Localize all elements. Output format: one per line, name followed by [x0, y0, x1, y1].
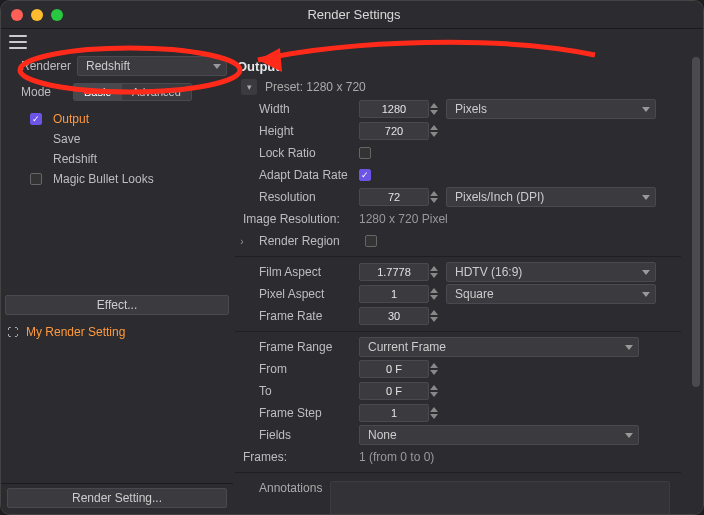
menu-icon[interactable]: [9, 35, 27, 49]
current-render-setting[interactable]: ⛶ My Render Setting: [1, 321, 233, 343]
film-aspect-label: Film Aspect: [235, 265, 355, 279]
renderer-label: Renderer: [21, 59, 71, 73]
sidebar-item-redshift[interactable]: Redshift: [21, 149, 227, 169]
height-input[interactable]: 720: [359, 122, 429, 140]
sidebar-item-output[interactable]: Output: [21, 109, 227, 129]
frame-range-dropdown[interactable]: Current Frame: [359, 337, 639, 357]
maximize-icon[interactable]: [51, 9, 63, 21]
fields-dropdown[interactable]: None: [359, 425, 639, 445]
resolution-input[interactable]: 72: [359, 188, 429, 206]
film-aspect-stepper[interactable]: [430, 266, 442, 278]
sidebar-tree: Output Save Redshift Magic Bullet L: [21, 109, 227, 189]
checkbox-icon[interactable]: [30, 173, 42, 185]
annotations-label: Annotations: [259, 481, 322, 514]
effect-button[interactable]: Effect...: [5, 295, 229, 315]
resolution-label: Resolution: [235, 190, 355, 204]
film-aspect-dropdown[interactable]: HDTV (16:9): [446, 262, 656, 282]
render-settings-window: Render Settings Renderer Redshift Mod: [0, 0, 704, 515]
frame-range-label: Frame Range: [235, 340, 355, 354]
frame-step-input[interactable]: 1: [359, 404, 429, 422]
image-resolution-label: Image Resolution:: [235, 212, 355, 226]
annotations-input[interactable]: [330, 481, 670, 514]
render-region-checkbox[interactable]: [365, 235, 377, 247]
height-stepper[interactable]: [430, 125, 442, 137]
height-label: Height: [235, 124, 355, 138]
frame-step-stepper[interactable]: [430, 407, 442, 419]
film-aspect-input[interactable]: 1.7778: [359, 263, 429, 281]
pixel-aspect-stepper[interactable]: [430, 288, 442, 300]
vertical-scrollbar[interactable]: [689, 55, 703, 514]
sidebar-item-label: Save: [53, 132, 80, 146]
current-setting-label: My Render Setting: [26, 325, 125, 339]
width-unit-dropdown[interactable]: Pixels: [446, 99, 656, 119]
lock-ratio-checkbox[interactable]: [359, 147, 371, 159]
sidebar-item-save[interactable]: Save: [21, 129, 227, 149]
to-stepper[interactable]: [430, 385, 442, 397]
frame-rate-stepper[interactable]: [430, 310, 442, 322]
from-stepper[interactable]: [430, 363, 442, 375]
sidebar-item-magic-bullet[interactable]: Magic Bullet Looks: [21, 169, 227, 189]
adapt-data-rate-checkbox[interactable]: [359, 169, 371, 181]
expand-icon: ⛶: [7, 326, 18, 338]
chevron-down-icon: [642, 292, 650, 297]
chevron-down-icon: [213, 64, 221, 69]
chevron-down-icon: [642, 107, 650, 112]
titlebar: Render Settings: [1, 1, 703, 29]
render-setting-menu-button[interactable]: Render Setting...: [7, 488, 227, 508]
to-input[interactable]: 0 F: [359, 382, 429, 400]
toolbar: [1, 29, 703, 55]
sidebar: Renderer Redshift Mode Basic Advanced: [1, 55, 233, 514]
pixel-aspect-input[interactable]: 1: [359, 285, 429, 303]
frame-step-label: Frame Step: [235, 406, 355, 420]
pixel-aspect-dropdown[interactable]: Square: [446, 284, 656, 304]
preset-disclosure-icon[interactable]: ▾: [241, 79, 257, 95]
mode-label: Mode: [21, 85, 61, 99]
renderer-dropdown[interactable]: Redshift: [77, 56, 227, 76]
window-title: Render Settings: [63, 7, 645, 22]
to-label: To: [235, 384, 355, 398]
resolution-stepper[interactable]: [430, 191, 442, 203]
mode-segmented: Basic Advanced: [73, 83, 192, 101]
settings-panel: Output ▾ Preset: 1280 x 720 Width 1280 P…: [233, 55, 703, 514]
chevron-down-icon: [625, 433, 633, 438]
chevron-down-icon: [642, 195, 650, 200]
minimize-icon[interactable]: [31, 9, 43, 21]
sidebar-item-label: Redshift: [53, 152, 97, 166]
width-input[interactable]: 1280: [359, 100, 429, 118]
frames-value: 1 (from 0 to 0): [359, 450, 434, 464]
width-label: Width: [235, 102, 355, 116]
panel-heading: Output: [235, 55, 681, 76]
fields-label: Fields: [235, 428, 355, 442]
close-icon[interactable]: [11, 9, 23, 21]
window-controls: [11, 9, 63, 21]
adapt-data-rate-label: Adapt Data Rate: [235, 168, 355, 182]
chevron-down-icon: [625, 345, 633, 350]
preset-label: Preset: 1280 x 720: [265, 80, 366, 94]
image-resolution-value: 1280 x 720 Pixel: [359, 212, 448, 226]
checkbox-icon[interactable]: [30, 113, 42, 125]
frame-rate-label: Frame Rate: [235, 309, 355, 323]
from-input[interactable]: 0 F: [359, 360, 429, 378]
chevron-down-icon: [642, 270, 650, 275]
sidebar-item-label: Output: [53, 112, 89, 126]
sidebar-item-label: Magic Bullet Looks: [53, 172, 154, 186]
renderer-value: Redshift: [86, 59, 130, 73]
lock-ratio-label: Lock Ratio: [235, 146, 355, 160]
width-stepper[interactable]: [430, 103, 442, 115]
render-region-label: Render Region: [253, 234, 361, 248]
pixel-aspect-label: Pixel Aspect: [235, 287, 355, 301]
frames-label: Frames:: [235, 450, 355, 464]
frame-rate-input[interactable]: 30: [359, 307, 429, 325]
render-region-disclosure-icon[interactable]: ›: [235, 236, 249, 247]
mode-basic-button[interactable]: Basic: [74, 84, 121, 100]
resolution-unit-dropdown[interactable]: Pixels/Inch (DPI): [446, 187, 656, 207]
from-label: From: [235, 362, 355, 376]
mode-advanced-button[interactable]: Advanced: [121, 84, 191, 100]
